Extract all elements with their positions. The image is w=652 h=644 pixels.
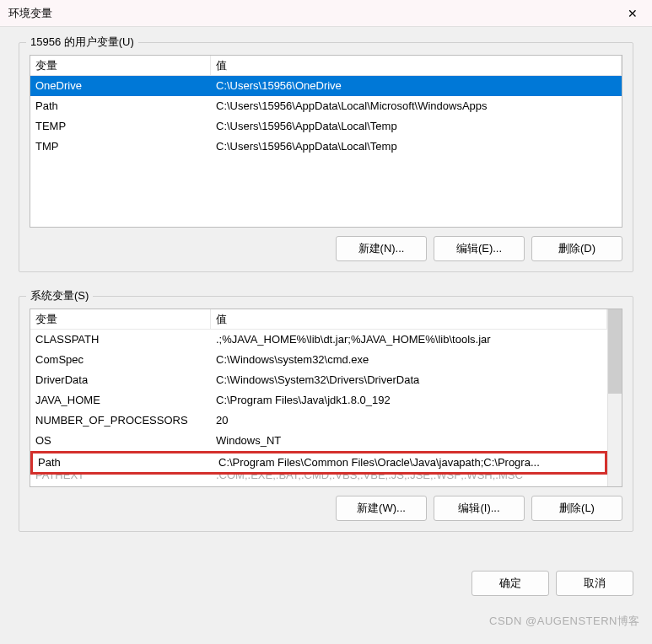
header-variable[interactable]: 变量 [30, 56, 211, 75]
table-row-highlighted[interactable]: Path C:\Program Files\Common Files\Oracl… [30, 451, 607, 475]
system-variables-group: 系统变量(S) 变量 值 CLASSPATH .;%JAVA_HOME%\lib… [19, 296, 633, 532]
cell-variable: CLASSPATH [30, 330, 211, 350]
cell-value: 20 [211, 411, 607, 431]
system-new-button[interactable]: 新建(W)... [336, 496, 427, 521]
table-row[interactable]: OneDrive C:\Users\15956\OneDrive [30, 76, 622, 96]
cell-variable: DriverData [30, 370, 211, 390]
header-value[interactable]: 值 [211, 56, 622, 75]
cell-value: C:\Windows\system32\cmd.exe [211, 350, 607, 370]
cell-variable: Path [30, 96, 211, 116]
titlebar: 环境变量 ✕ [0, 0, 652, 27]
table-row[interactable]: OS Windows_NT [30, 431, 607, 451]
window-title: 环境变量 [8, 6, 52, 21]
cell-value: C:\Program Files\Common Files\Oracle\Jav… [213, 453, 605, 472]
cell-variable: NUMBER_OF_PROCESSORS [30, 411, 211, 431]
table-row[interactable]: ComSpec C:\Windows\system32\cmd.exe [30, 350, 607, 370]
scrollbar-thumb[interactable] [608, 309, 622, 394]
cancel-button[interactable]: 取消 [556, 571, 633, 596]
cell-value: C:\Users\15956\AppData\Local\Microsoft\W… [211, 96, 622, 116]
table-row[interactable]: JAVA_HOME C:\Program Files\Java\jdk1.8.0… [30, 390, 607, 411]
user-group-title: 15956 的用户变量(U) [26, 35, 138, 50]
table-row[interactable]: NUMBER_OF_PROCESSORS 20 [30, 411, 607, 431]
scrollbar[interactable] [607, 309, 622, 486]
cell-value: C:\Users\15956\OneDrive [211, 76, 622, 96]
close-button[interactable]: ✕ [613, 0, 652, 27]
table-row[interactable]: TMP C:\Users\15956\AppData\Local\Temp [30, 137, 622, 157]
table-row[interactable]: CLASSPATH .;%JAVA_HOME%\lib\dt.jar;%JAVA… [30, 330, 607, 350]
cell-variable: TEMP [30, 116, 211, 137]
user-variables-list[interactable]: 变量 值 OneDrive C:\Users\15956\OneDrive Pa… [30, 55, 622, 228]
cell-value: C:\Program Files\Java\jdk1.8.0_192 [211, 390, 607, 411]
system-list-header: 变量 值 [30, 309, 607, 330]
system-group-title: 系统变量(S) [26, 288, 93, 303]
header-value[interactable]: 值 [211, 309, 607, 329]
cell-variable: OneDrive [30, 76, 211, 96]
system-edit-button[interactable]: 编辑(I)... [434, 496, 525, 521]
cell-value: C:\Windows\System32\Drivers\DriverData [211, 370, 607, 390]
cell-variable: Path [33, 453, 213, 472]
cell-variable: ComSpec [30, 350, 211, 370]
user-list-header: 变量 值 [30, 56, 622, 76]
cell-value: .COM;.EXE;.BAT;.CMD;.VBS;.VBE;.JS;.JSE;.… [211, 475, 607, 486]
table-row[interactable]: PATHEXT .COM;.EXE;.BAT;.CMD;.VBS;.VBE;.J… [30, 475, 607, 486]
table-row[interactable]: Path C:\Users\15956\AppData\Local\Micros… [30, 96, 622, 116]
user-variables-group: 15956 的用户变量(U) 变量 值 OneDrive C:\Users\15… [19, 42, 633, 272]
system-variables-list[interactable]: 变量 值 CLASSPATH .;%JAVA_HOME%\lib\dt.jar;… [30, 309, 622, 487]
table-row[interactable]: TEMP C:\Users\15956\AppData\Local\Temp [30, 116, 622, 137]
user-edit-button[interactable]: 编辑(E)... [434, 236, 525, 261]
dialog-buttons-row: 确定 取消 [0, 566, 652, 608]
watermark: CSDN @AUGENSTERN博客 [489, 614, 640, 629]
user-buttons-row: 新建(N)... 编辑(E)... 删除(D) [30, 236, 622, 261]
ok-button[interactable]: 确定 [471, 571, 549, 596]
cell-variable: TMP [30, 137, 211, 157]
system-delete-button[interactable]: 删除(L) [531, 496, 622, 521]
cell-variable: OS [30, 431, 211, 451]
cell-variable: PATHEXT [30, 475, 211, 486]
cell-value: C:\Users\15956\AppData\Local\Temp [211, 116, 622, 137]
cell-variable: JAVA_HOME [30, 390, 211, 411]
cell-value: .;%JAVA_HOME%\lib\dt.jar;%JAVA_HOME%\lib… [211, 330, 607, 350]
header-variable[interactable]: 变量 [30, 309, 211, 329]
cell-value: Windows_NT [211, 431, 607, 451]
system-buttons-row: 新建(W)... 编辑(I)... 删除(L) [30, 496, 622, 521]
user-delete-button[interactable]: 删除(D) [531, 236, 622, 261]
user-new-button[interactable]: 新建(N)... [336, 236, 427, 261]
table-row[interactable]: DriverData C:\Windows\System32\Drivers\D… [30, 370, 607, 390]
cell-value: C:\Users\15956\AppData\Local\Temp [211, 137, 622, 157]
close-icon: ✕ [628, 7, 638, 20]
